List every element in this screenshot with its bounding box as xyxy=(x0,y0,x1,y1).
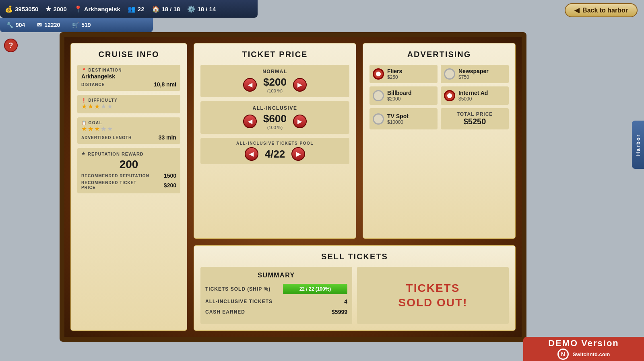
rep-title: ★ REPUTATION REWARD xyxy=(81,151,176,156)
fliers-name: Fliers xyxy=(387,68,402,74)
normal-price-value: $200 xyxy=(263,76,287,88)
sold-out-section: TICKETSSOLD OUT! xyxy=(357,267,509,324)
cash-earned-value: $5999 xyxy=(332,309,347,315)
rec-price-row: RECOMMENDED TICKET PRICE $200 xyxy=(81,180,176,190)
stat3: 🛒 519 xyxy=(72,22,91,28)
allinclusive-price-up[interactable]: ▶ xyxy=(293,115,307,128)
cruise-info-title: CRUISE INFO xyxy=(77,50,180,59)
tickets-progress-bar: 22 / 22 (100%) xyxy=(283,284,347,294)
back-to-harbor-button[interactable]: ◀ Back to harbor xyxy=(565,3,638,17)
normal-label: NORMAL xyxy=(262,69,287,74)
adv-length-value: 33 min xyxy=(159,134,176,141)
stat3-value: 519 xyxy=(81,22,91,28)
cabins-value: 18 / 18 xyxy=(162,6,180,12)
tvspot-name: TV Spot xyxy=(387,113,409,119)
distance-label: DISTANCE xyxy=(81,82,105,87)
goal-section: 📋 GOAL ★ ★ ★ ★ ★ ADVERTISED LENGTH 33 mi… xyxy=(77,117,180,144)
newspaper-name: Newspaper xyxy=(458,68,489,74)
internet-name: Internet Ad xyxy=(458,90,488,96)
tvspot-radio xyxy=(373,113,384,125)
destination-section: 📍 DESTINATION Arkhangelsk DISTANCE 10,8 … xyxy=(77,65,180,91)
money-value: 3953050 xyxy=(15,6,38,12)
ad-fliers[interactable]: Fliers $250 xyxy=(369,65,438,83)
star-filled-icon: ★ xyxy=(81,151,86,156)
pool-control: ◀ 4/22 ▶ xyxy=(245,147,305,161)
pool-label: ALL-INCLUSIVE TICKETS POOL xyxy=(236,141,314,146)
rec-rep-label: RECOMMENDED REPUTATION xyxy=(81,174,149,178)
adv-length-label: ADVERTISED LENGTH xyxy=(81,135,132,140)
ad-tvspot[interactable]: TV Spot $10000 xyxy=(369,108,438,129)
reputation-stat: ★ 2000 xyxy=(45,5,66,13)
sell-tickets-title: SELL TICKETS xyxy=(200,252,509,261)
location-icon: 📍 xyxy=(74,5,82,13)
back-arrow-icon: ◀ xyxy=(574,6,579,14)
help-button[interactable]: ? xyxy=(4,39,18,52)
main-board: CRUISE INFO 📍 DESTINATION Arkhangelsk DI… xyxy=(60,32,526,342)
stat1-value: 904 xyxy=(16,22,25,28)
distance-row: DISTANCE 10,8 nmi xyxy=(81,81,176,88)
normal-price-control: ◀ $200 (100 %) ▶ xyxy=(243,76,307,93)
star-icon: ★ xyxy=(45,5,51,13)
harbor-tab[interactable]: Harbor xyxy=(632,121,644,169)
total-label: TOTAL PRICE xyxy=(444,111,506,117)
rec-rep-row: RECOMMENDED REPUTATION 1500 xyxy=(81,172,176,179)
internet-radio xyxy=(444,90,455,101)
reputation-section: ★ REPUTATION REWARD 200 RECOMMENDED REPU… xyxy=(77,148,180,193)
allinclusive-price-down[interactable]: ◀ xyxy=(243,115,257,128)
allinclusive-price-value: $600 xyxy=(263,113,287,125)
rec-price-value: $200 xyxy=(164,182,176,189)
normal-price-up[interactable]: ▶ xyxy=(293,78,307,92)
fliers-price: $250 xyxy=(387,74,402,80)
tickets-progress-text: 22 / 22 (100%) xyxy=(299,286,331,292)
distance-value: 10,8 nmi xyxy=(154,81,176,88)
summary-section: SUMMARY TICKETS SOLD (SHIP %) 22 / 22 (1… xyxy=(200,267,352,324)
advertising-card: ADVERTISING Fliers $250 Newspaper xyxy=(363,43,516,239)
ad-billboard[interactable]: Billboard $2000 xyxy=(369,86,438,105)
pool-up[interactable]: ▶ xyxy=(291,147,305,161)
money-stat: 💰 3953050 xyxy=(5,5,38,13)
billboard-price: $2000 xyxy=(387,96,412,102)
ticket-price-card: TICKET PRICE NORMAL ◀ $200 (100 %) ▶ ALL… xyxy=(194,43,356,239)
cash-earned-label: CASH EARNED xyxy=(205,309,245,315)
difficulty-label: ❗ DIFFICULTY xyxy=(81,98,176,103)
harbor-tab-label: Harbor xyxy=(635,134,641,156)
crew-stat: 👥 22 xyxy=(128,5,144,13)
cabins-icon: 🏠 xyxy=(152,5,160,13)
ad-grid: Fliers $250 Newspaper $750 Billb xyxy=(369,65,509,129)
ad-total: TOTAL PRICE $5250 xyxy=(441,108,509,129)
ticket-price-title: TICKET PRICE xyxy=(200,50,349,59)
goal-label: 📋 GOAL xyxy=(81,121,176,125)
rec-rep-value: 1500 xyxy=(164,172,176,179)
location-value: Arkhangelsk xyxy=(84,6,120,12)
pool-row: ALL-INCLUSIVE TICKETS POOL ◀ 4/22 ▶ xyxy=(200,138,349,164)
money-icon: 💰 xyxy=(5,5,13,13)
cruise-info-card: CRUISE INFO 📍 DESTINATION Arkhangelsk DI… xyxy=(70,43,187,331)
normal-price-down[interactable]: ◀ xyxy=(243,78,257,92)
goal-stars: ★ ★ ★ ★ ★ xyxy=(81,125,176,133)
sell-tickets-inner: SUMMARY TICKETS SOLD (SHIP %) 22 / 22 (1… xyxy=(200,267,509,324)
allinclusive-label: ALL-INCLUSIVE xyxy=(253,105,297,111)
sell-tickets-card: SELL TICKETS SUMMARY TICKETS SOLD (SHIP … xyxy=(194,245,516,331)
total-value: $5250 xyxy=(444,117,506,126)
cash-earned-row: CASH EARNED $5999 xyxy=(205,309,347,315)
allinclusive-tickets-row: ALL-INCLUSIVE TICKETS 4 xyxy=(205,298,347,305)
pool-down[interactable]: ◀ xyxy=(245,147,258,161)
stat1-icon: 🔧 xyxy=(6,22,13,28)
tickets-sold-row: TICKETS SOLD (SHIP %) 22 / 22 (100%) xyxy=(205,284,347,294)
settings-stat: ⚙️ 18 / 14 xyxy=(187,5,216,13)
pool-value: 4/22 xyxy=(265,148,285,160)
fliers-radio xyxy=(373,68,384,80)
difficulty-section: ❗ DIFFICULTY ★ ★ ★ ★ ★ xyxy=(77,95,180,113)
second-bar: 🔧 904 ✉ 12220 🛒 519 xyxy=(0,18,153,32)
tickets-sold-label: TICKETS SOLD (SHIP %) xyxy=(205,286,270,292)
allinclusive-tickets-label: ALL-INCLUSIVE TICKETS xyxy=(205,299,272,304)
ad-internet[interactable]: Internet Ad $5000 xyxy=(441,86,509,105)
sold-out-text: TICKETSSOLD OUT! xyxy=(398,281,468,310)
stat2-icon: ✉ xyxy=(37,22,42,28)
crew-icon: 👥 xyxy=(128,5,136,13)
board-inner: CRUISE INFO 📍 DESTINATION Arkhangelsk DI… xyxy=(70,43,516,331)
ad-newspaper[interactable]: Newspaper $750 xyxy=(441,65,509,83)
demo-text: DEMO Version xyxy=(548,338,619,349)
help-label: ? xyxy=(9,41,13,50)
rep-value: 200 xyxy=(81,158,176,171)
